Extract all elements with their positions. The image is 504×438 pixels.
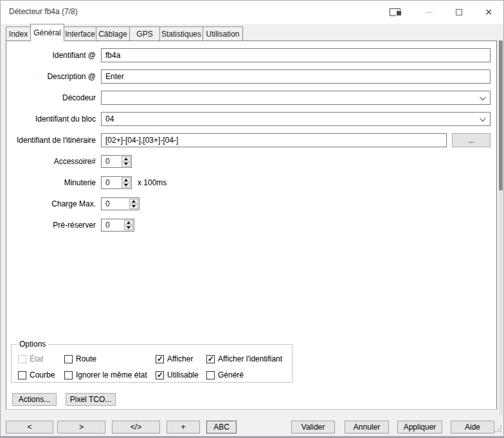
decodeur-row: Décodeur	[6, 91, 491, 105]
checkbox-icon	[64, 371, 73, 379]
checkbox-icon	[18, 371, 26, 379]
checkbox-icon	[206, 371, 215, 379]
annuler-button[interactable]: Annuler	[345, 421, 389, 433]
minuterie-label: Minuterie	[6, 178, 96, 187]
tab-cablage[interactable]: Câblage	[96, 26, 130, 41]
abc-button[interactable]: ABC	[206, 421, 237, 433]
checkbox-utilisable[interactable]: Utilisable	[156, 370, 199, 379]
bloc-select[interactable]: 04	[101, 112, 491, 126]
decodeur-label: Décodeur	[6, 93, 96, 102]
checkbox-etat[interactable]: État	[18, 354, 43, 363]
spin-down-icon	[124, 163, 128, 165]
spin-up-button[interactable]	[122, 178, 130, 183]
accessoire-value: 0	[102, 156, 121, 167]
detector-dialog: Détecteur fb4a (7/8) ✕ Index Général Int…	[0, 0, 504, 438]
spin-down-button[interactable]	[122, 162, 130, 167]
maximize-icon	[456, 9, 462, 15]
accessoire-stepper[interactable]: 0	[101, 155, 132, 168]
previous-button[interactable]: <	[6, 421, 53, 433]
prereserver-stepper[interactable]: 0	[101, 219, 134, 232]
description-label: Description @	[6, 72, 96, 81]
spin-up-icon	[132, 200, 136, 203]
checkbox-icon	[206, 355, 215, 363]
checkbox-courbe[interactable]: Courbe	[18, 370, 55, 379]
description-row: Description @	[6, 69, 491, 84]
spin-up-icon	[124, 158, 128, 160]
spin-up-icon	[124, 179, 128, 181]
scrollbar-thumb[interactable]	[499, 41, 503, 190]
spin-up-button[interactable]	[124, 220, 133, 225]
tab-bar: Index Général Interface Câblage GPS Stat…	[6, 24, 243, 41]
minimize-icon	[426, 12, 433, 13]
checkbox-afficher-identifiant[interactable]: Afficher l'identifiant	[206, 354, 282, 363]
prereserver-value: 0	[102, 219, 123, 231]
titlebar[interactable]: Détecteur fb4a (7/8) ✕	[1, 1, 503, 24]
identifiant-label: Identifiant @	[6, 51, 96, 60]
general-tab-page: Identifiant @ Description @ Décodeur Ide…	[6, 41, 497, 410]
spin-up-icon	[127, 221, 130, 224]
charge-stepper[interactable]: 0	[101, 197, 140, 210]
actions-button[interactable]: Actions...	[12, 393, 57, 406]
vertical-scrollbar[interactable]	[499, 41, 503, 415]
itineraire-label: Identifiant de l'itinéraire	[6, 136, 96, 145]
appliquer-button[interactable]: Appliquer	[397, 421, 442, 433]
description-input[interactable]	[101, 69, 491, 84]
accessoire-row: Accessoire# 0	[6, 154, 132, 169]
minuterie-stepper[interactable]: 0	[101, 176, 132, 189]
tab-general[interactable]: Général	[30, 24, 64, 41]
tab-interface[interactable]: Interface	[64, 26, 96, 41]
aide-button[interactable]: Aide	[451, 421, 494, 433]
decodeur-select[interactable]	[101, 91, 491, 105]
resize-grip[interactable]	[494, 424, 501, 432]
bloc-row: Identifiant du bloc 04	[6, 112, 491, 126]
spin-down-icon	[132, 205, 136, 208]
tab-index[interactable]: Index	[6, 26, 31, 41]
itineraire-row: Identifiant de l'itinéraire ...	[6, 133, 491, 147]
checkbox-afficher[interactable]: Afficher	[156, 354, 193, 363]
chevron-down-icon	[480, 115, 486, 122]
prereserver-label: Pré-réserver	[6, 221, 96, 230]
charge-value: 0	[102, 198, 129, 210]
pixel-tco-button[interactable]: Pixel TCO...	[66, 393, 116, 406]
tab-utilisation[interactable]: Utilisation	[203, 26, 243, 41]
spin-up-button[interactable]	[122, 156, 130, 161]
prereserver-row: Pré-réserver 0	[6, 218, 134, 232]
checkbox-ignorer-meme-etat[interactable]: Ignorer le même état	[64, 370, 147, 379]
checkbox-icon	[18, 355, 26, 363]
checkbox-icon	[64, 355, 73, 363]
spin-down-button[interactable]	[129, 205, 138, 210]
caption-controls: ✕	[390, 1, 503, 24]
minuterie-value: 0	[102, 177, 121, 188]
maximize-button[interactable]	[444, 1, 474, 24]
tab-gps[interactable]: GPS	[129, 26, 160, 41]
close-button[interactable]: ✕	[474, 1, 503, 24]
itineraire-input[interactable]	[101, 133, 447, 147]
spin-down-icon	[124, 184, 128, 187]
minuterie-row: Minuterie 0 x 100ms	[6, 176, 166, 190]
bloc-label: Identifiant du bloc	[6, 114, 96, 123]
checkbox-route[interactable]: Route	[64, 354, 96, 363]
identifiant-input[interactable]	[101, 48, 491, 62]
spin-down-icon	[127, 226, 130, 229]
close-icon: ✕	[485, 8, 492, 17]
add-button[interactable]: +	[166, 421, 200, 433]
checkbox-icon	[156, 355, 164, 363]
itineraire-browse-button[interactable]: ...	[452, 133, 491, 147]
valider-button[interactable]: Valider	[291, 421, 335, 433]
minimize-button[interactable]	[415, 1, 444, 24]
spin-down-button[interactable]	[124, 226, 133, 231]
charge-label: Charge Max.	[6, 199, 96, 208]
keyboard-icon[interactable]	[390, 8, 401, 16]
bloc-value: 04	[105, 114, 114, 123]
next-button[interactable]: >	[57, 421, 105, 433]
options-group-title: Options	[17, 340, 48, 349]
window-title: Détecteur fb4a (7/8)	[9, 7, 78, 16]
spin-down-button[interactable]	[122, 183, 130, 188]
xml-button[interactable]: </>	[112, 421, 160, 433]
spin-up-button[interactable]	[129, 199, 138, 204]
accessoire-label: Accessoire#	[6, 157, 96, 166]
checkbox-icon	[156, 371, 164, 379]
tab-statistiques[interactable]: Statistiques	[159, 26, 203, 41]
checkbox-genere[interactable]: Généré	[206, 370, 244, 379]
chevron-down-icon	[480, 94, 486, 100]
